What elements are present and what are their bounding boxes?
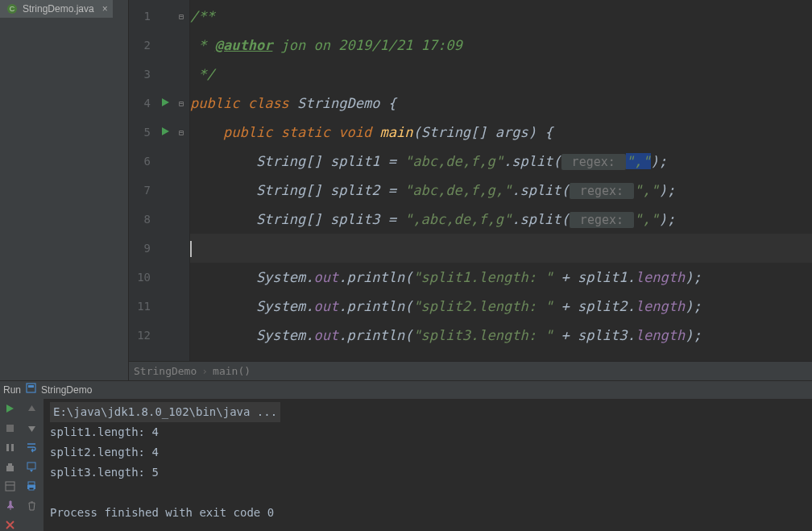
stop-icon[interactable] — [3, 421, 16, 434]
pause-icon[interactable] — [3, 441, 16, 454]
svg-rect-7 — [6, 425, 14, 432]
application-icon — [26, 381, 36, 399]
soft-wrap-icon[interactable] — [25, 441, 38, 454]
clear-all-icon[interactable] — [25, 499, 38, 512]
editor-tab-bar: C StringDemo.java × — [0, 0, 128, 18]
console-command-line: E:\java\jdk1.8.0_102\bin\java ... — [50, 402, 280, 422]
line-number[interactable]: 12 — [129, 321, 157, 350]
editor-body[interactable]: 1 2 3 4 5 6 7 8 9 10 11 12 — [129, 0, 812, 361]
svg-rect-18 — [27, 463, 35, 469]
line-number[interactable]: 1 — [129, 2, 157, 31]
editor-area: 1 2 3 4 5 6 7 8 9 10 11 12 — [129, 0, 812, 380]
editor-tab-label: StringDemo.java — [23, 3, 94, 15]
breadcrumb-method[interactable]: main() — [213, 365, 251, 377]
line-number[interactable]: 5 — [129, 118, 157, 147]
breadcrumb[interactable]: StringDemo›main() — [129, 361, 812, 380]
fold-toggle-icon[interactable]: ⊟ — [179, 128, 184, 137]
svg-rect-22 — [29, 487, 34, 490]
rerun-icon[interactable] — [3, 402, 16, 415]
top-section: C StringDemo.java × 1 2 3 4 5 6 — [0, 0, 812, 380]
line-number[interactable]: 2 — [129, 31, 157, 60]
close-icon[interactable] — [3, 518, 16, 531]
close-icon[interactable]: × — [102, 3, 108, 15]
ide-root: C StringDemo.java × 1 2 3 4 5 6 — [0, 0, 812, 531]
console-exit-line: Process finished with exit code 0 — [50, 503, 806, 523]
svg-rect-10 — [6, 466, 14, 471]
console-line: split2.length: 4 — [50, 442, 806, 463]
line-number[interactable]: 4 — [129, 89, 157, 118]
svg-rect-9 — [11, 444, 14, 451]
gutter: 1 2 3 4 5 6 7 8 9 10 11 12 — [129, 0, 190, 361]
down-stack-icon[interactable] — [25, 421, 38, 434]
run-toolbar-left — [0, 399, 19, 531]
console-output[interactable]: E:\java\jdk1.8.0_102\bin\java ... split1… — [44, 399, 812, 531]
svg-marker-19 — [30, 470, 33, 472]
breadcrumb-class[interactable]: StringDemo — [134, 365, 197, 377]
svg-rect-12 — [6, 482, 14, 491]
scroll-to-end-icon[interactable] — [25, 460, 38, 473]
run-tool-window: Run StringDemo E: — [0, 380, 812, 531]
project-sidebar: C StringDemo.java × — [0, 0, 129, 380]
fold-column: ⊟ ⊟ ⊟ — [173, 0, 189, 361]
svg-rect-5 — [28, 385, 34, 388]
run-gutter-icon[interactable] — [160, 126, 170, 139]
line-number[interactable]: 8 — [129, 205, 157, 234]
svg-marker-3 — [162, 127, 169, 135]
pin-icon[interactable] — [3, 499, 16, 512]
run-gutter-icon[interactable] — [160, 97, 170, 110]
line-number[interactable]: 11 — [129, 292, 157, 321]
run-toolbar-secondary — [19, 399, 44, 531]
svg-rect-8 — [6, 444, 9, 451]
line-number[interactable]: 6 — [129, 147, 157, 176]
console-line — [50, 483, 806, 503]
fold-toggle-icon[interactable]: ⊟ — [179, 99, 184, 108]
line-number[interactable]: 10 — [129, 263, 157, 292]
code-text[interactable]: /** * @author jon on 2019/1/21 17:09 */ … — [190, 0, 812, 361]
svg-marker-16 — [28, 405, 35, 411]
text-caret — [190, 241, 192, 257]
line-number[interactable]: 3 — [129, 60, 157, 89]
svg-marker-6 — [6, 404, 14, 413]
console-line: split3.length: 5 — [50, 463, 806, 483]
gutter-markers — [157, 0, 173, 361]
run-header: Run StringDemo — [0, 381, 812, 399]
editor-tab-stringdemo[interactable]: C StringDemo.java × — [0, 0, 113, 18]
run-body: E:\java\jdk1.8.0_102\bin\java ... split1… — [0, 399, 812, 531]
code-token: /** — [190, 8, 215, 24]
up-stack-icon[interactable] — [25, 402, 38, 415]
svg-rect-20 — [28, 482, 35, 485]
svg-text:C: C — [10, 5, 15, 13]
chevron-right-icon: › — [201, 365, 208, 377]
restore-layout-icon[interactable] — [3, 479, 16, 492]
line-number[interactable]: 9 — [129, 234, 157, 263]
line-number[interactable]: 7 — [129, 176, 157, 205]
svg-marker-17 — [28, 426, 35, 432]
line-number-column: 1 2 3 4 5 6 7 8 9 10 11 12 — [129, 0, 157, 361]
class-icon: C — [6, 3, 18, 15]
fold-toggle-icon[interactable]: ⊟ — [179, 12, 184, 21]
svg-rect-11 — [8, 463, 12, 466]
svg-rect-4 — [27, 384, 35, 392]
console-line: split1.length: 4 — [50, 422, 806, 442]
run-label: Run — [3, 381, 21, 399]
print-icon[interactable] — [25, 479, 38, 492]
run-config-name[interactable]: StringDemo — [41, 381, 92, 399]
svg-marker-2 — [162, 98, 169, 106]
dump-threads-icon[interactable] — [3, 460, 16, 473]
